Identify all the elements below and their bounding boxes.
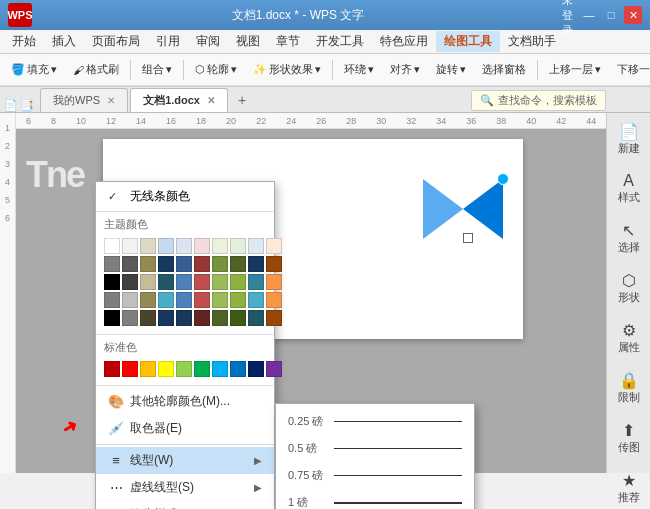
color-swatch[interactable] (212, 310, 228, 326)
menu-reference[interactable]: 引用 (148, 31, 188, 52)
minimize-btn[interactable]: — (580, 6, 598, 24)
cm-dashed-line-btn[interactable]: ⋯ 虚线线型(S) ▶ (96, 474, 274, 501)
cm-eye-dropper-btn[interactable]: 💉 取色器(E) (96, 415, 274, 442)
color-swatch[interactable] (230, 238, 246, 254)
cm-line-type-btn[interactable]: ≡ 线型(W) ▶ (96, 447, 274, 474)
search-bar[interactable]: 🔍 查找命令，搜索模板 (471, 90, 606, 111)
sm-line-0.5[interactable]: 0.5 磅 (276, 435, 474, 462)
color-swatch[interactable] (122, 274, 138, 290)
color-swatch[interactable] (248, 238, 264, 254)
sm-line-0.75[interactable]: 0.75 磅 (276, 462, 474, 489)
std-color-7[interactable] (212, 361, 228, 377)
tab-add-btn[interactable]: + (230, 88, 254, 112)
rp-shape-btn[interactable]: ⬡ 形状 (610, 266, 648, 310)
rp-restrict-btn[interactable]: 🔒 限制 (610, 366, 648, 410)
std-color-10[interactable] (266, 361, 282, 377)
layer-down-btn[interactable]: 下移一层 ▾ (610, 59, 650, 80)
color-swatch[interactable] (140, 256, 156, 272)
resize-handle[interactable] (463, 233, 473, 243)
menu-page-layout[interactable]: 页面布局 (84, 31, 148, 52)
fill-btn[interactable]: 🪣 填充 ▾ (4, 59, 64, 80)
color-swatch[interactable] (158, 292, 174, 308)
menu-dev-tools[interactable]: 开发工具 (308, 31, 372, 52)
color-swatch[interactable] (104, 256, 120, 272)
color-swatch[interactable] (230, 292, 246, 308)
color-swatch[interactable] (194, 256, 210, 272)
sm-line-1[interactable]: 1 磅 (276, 489, 474, 509)
color-swatch[interactable] (176, 256, 192, 272)
color-swatch[interactable] (212, 238, 228, 254)
not-logged-in-btn[interactable]: 未登录 (558, 6, 576, 24)
color-swatch[interactable] (104, 310, 120, 326)
shape-handle[interactable] (497, 173, 509, 185)
color-swatch[interactable] (122, 310, 138, 326)
layer-up-btn[interactable]: 上移一层 ▾ (542, 59, 608, 80)
color-swatch[interactable] (140, 310, 156, 326)
color-swatch[interactable] (266, 256, 282, 272)
rotate-btn[interactable]: 旋转 ▾ (429, 59, 473, 80)
color-swatch[interactable] (212, 274, 228, 290)
rp-style-btn[interactable]: A 样式 (610, 167, 648, 210)
cm-no-outline-color[interactable]: ✓ 无线条颜色 (96, 184, 274, 209)
color-swatch[interactable] (122, 292, 138, 308)
tab-doc[interactable]: 文档1.docx ✕ (130, 88, 228, 112)
color-swatch[interactable] (176, 274, 192, 290)
color-swatch[interactable] (104, 292, 120, 308)
color-swatch[interactable] (266, 274, 282, 290)
color-swatch[interactable] (248, 292, 264, 308)
color-swatch[interactable] (194, 274, 210, 290)
combine-btn[interactable]: 组合 ▾ (135, 59, 179, 80)
tab-wps-close[interactable]: ✕ (107, 95, 115, 106)
color-swatch[interactable] (230, 256, 246, 272)
std-color-3[interactable] (140, 361, 156, 377)
cm-more-colors-btn[interactable]: 🎨 其他轮廓颜色(M)... (96, 388, 274, 415)
color-swatch[interactable] (176, 238, 192, 254)
color-swatch[interactable] (176, 310, 192, 326)
color-swatch[interactable] (158, 238, 174, 254)
rp-select-btn[interactable]: ↖ 选择 (610, 216, 648, 260)
color-swatch[interactable] (266, 292, 282, 308)
align-btn[interactable]: 对齐 ▾ (383, 59, 427, 80)
rp-upload-btn[interactable]: ⬆ 传图 (610, 416, 648, 460)
std-color-5[interactable] (176, 361, 192, 377)
cm-arrow-style-btn[interactable]: ↔ 箭头样式(R) ▶ (96, 501, 274, 509)
close-btn[interactable]: ✕ (624, 6, 642, 24)
color-swatch[interactable] (140, 292, 156, 308)
std-color-2[interactable] (122, 361, 138, 377)
color-swatch[interactable] (230, 310, 246, 326)
tab-wps[interactable]: 我的WPS ✕ (40, 88, 128, 112)
tab-doc-close[interactable]: ✕ (207, 95, 215, 106)
color-swatch[interactable] (140, 274, 156, 290)
color-swatch[interactable] (104, 274, 120, 290)
maximize-btn[interactable]: □ (602, 6, 620, 24)
color-swatch[interactable] (104, 238, 120, 254)
color-swatch[interactable] (140, 238, 156, 254)
menu-start[interactable]: 开始 (4, 31, 44, 52)
shape-effect-btn[interactable]: ✨ 形状效果 ▾ (246, 59, 328, 80)
color-swatch[interactable] (122, 238, 138, 254)
color-swatch[interactable] (176, 292, 192, 308)
std-color-1[interactable] (104, 361, 120, 377)
menu-special[interactable]: 特色应用 (372, 31, 436, 52)
color-swatch[interactable] (194, 238, 210, 254)
sm-line-0.25[interactable]: 0.25 磅 (276, 408, 474, 435)
wrap-btn[interactable]: 环绕 ▾ (337, 59, 381, 80)
std-color-9[interactable] (248, 361, 264, 377)
std-color-8[interactable] (230, 361, 246, 377)
menu-chapter[interactable]: 章节 (268, 31, 308, 52)
color-swatch[interactable] (248, 310, 264, 326)
std-color-6[interactable] (194, 361, 210, 377)
color-swatch[interactable] (158, 274, 174, 290)
rp-new-btn[interactable]: 📄 新建 (610, 117, 648, 161)
menu-draw-tools[interactable]: 绘图工具 (436, 31, 500, 52)
select-grid-btn[interactable]: 选择窗格 (475, 59, 533, 80)
color-swatch[interactable] (230, 274, 246, 290)
std-color-4[interactable] (158, 361, 174, 377)
format-brush-btn[interactable]: 🖌 格式刷 (66, 59, 126, 80)
menu-view[interactable]: 视图 (228, 31, 268, 52)
color-swatch[interactable] (248, 274, 264, 290)
color-swatch[interactable] (194, 292, 210, 308)
color-swatch[interactable] (122, 256, 138, 272)
color-swatch[interactable] (212, 292, 228, 308)
rp-recommend-btn[interactable]: ★ 推荐 (610, 466, 648, 509)
